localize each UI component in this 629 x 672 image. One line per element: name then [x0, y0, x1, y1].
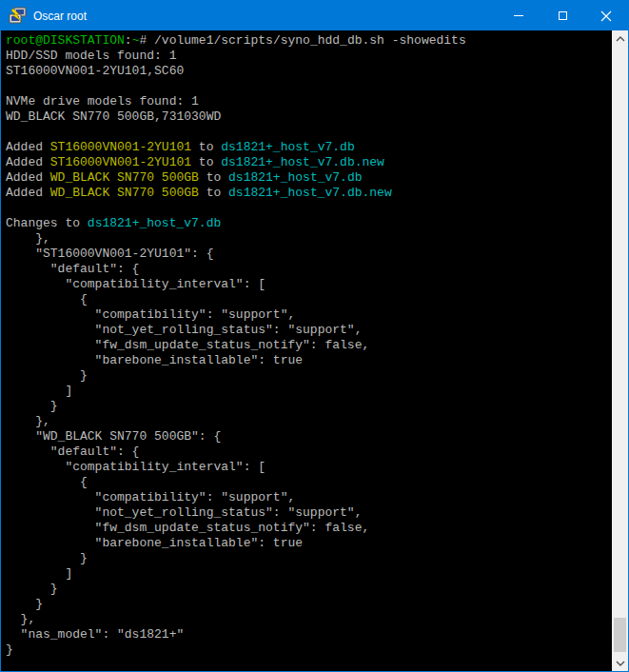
terminal-line: "WD_BLACK SN770 500GB": {: [6, 429, 612, 445]
terminal-line: }: [6, 368, 612, 384]
terminal-line: }: [6, 597, 612, 612]
terminal-line: },: [6, 414, 612, 429]
terminal-line: root@DISKSTATION:~# /volume1/scripts/syn…: [6, 33, 612, 49]
terminal-line: "default": {: [6, 445, 612, 460]
terminal-line: NVMe drive models found: 1: [6, 94, 612, 109]
terminal-line: Added WD_BLACK SN770 500GB to ds1821+_ho…: [6, 170, 612, 186]
scrollbar-thumb[interactable]: [614, 618, 626, 652]
terminal-line: }: [6, 551, 612, 566]
terminal-line: "barebone_installable": true: [6, 536, 612, 551]
close-icon: [600, 10, 612, 22]
window-content: root@DISKSTATION:~# /volume1/scripts/syn…: [1, 30, 628, 671]
terminal-line: [6, 201, 612, 216]
terminal-line: "compatibility_interval": [: [6, 460, 612, 475]
terminal-line: }: [6, 399, 612, 414]
maximize-button[interactable]: [541, 1, 584, 30]
terminal-line: "fw_dsm_update_status_notify": false,: [6, 338, 612, 353]
chevron-down-icon: [616, 661, 625, 666]
minimize-button[interactable]: [497, 1, 541, 30]
vertical-scrollbar[interactable]: [612, 30, 628, 671]
terminal-line: {: [6, 475, 612, 490]
scroll-up-button[interactable]: [612, 30, 628, 47]
terminal-output[interactable]: root@DISKSTATION:~# /volume1/scripts/syn…: [1, 30, 612, 671]
close-button[interactable]: [584, 1, 628, 30]
terminal-line: Added ST16000VN001-2YU101 to ds1821+_hos…: [6, 140, 612, 155]
terminal-line: "ST16000VN001-2YU101": {: [6, 247, 612, 262]
terminal-line: ST16000VN001-2YU101,SC60: [6, 64, 612, 79]
terminal-line: Added WD_BLACK SN770 500GB to ds1821+_ho…: [6, 186, 612, 201]
terminal-line: },: [6, 612, 612, 627]
putty-icon[interactable]: [9, 7, 27, 25]
terminal-line: WD_BLACK SN770 500GB,731030WD: [6, 109, 612, 125]
terminal-line: HDD/SSD models found: 1: [6, 49, 612, 64]
maximize-icon: [559, 11, 567, 20]
terminal-line: },: [6, 231, 612, 247]
minimize-icon: [514, 15, 523, 16]
terminal-line: Changes to ds1821+_host_v7.db: [6, 216, 612, 231]
terminal-line: "not_yet_rolling_status": "support",: [6, 505, 612, 521]
terminal-line: ]: [6, 566, 612, 582]
terminal-line: }: [6, 642, 612, 658]
terminal-line: Added ST16000VN001-2YU101 to ds1821+_hos…: [6, 155, 612, 170]
terminal-line: "nas_model": "ds1821+": [6, 627, 612, 642]
terminal-line: [6, 125, 612, 140]
terminal-line: "compatibility_interval": [: [6, 277, 612, 292]
window-title: Oscar root: [33, 10, 497, 23]
title-bar[interactable]: Oscar root: [1, 1, 628, 30]
terminal-line: }: [6, 582, 612, 597]
terminal-line: ]: [6, 384, 612, 399]
terminal-line: "barebone_installable": true: [6, 353, 612, 368]
putty-window: Oscar root root@DISKSTATION:~# /volume1/…: [0, 0, 629, 672]
terminal-line: [6, 79, 612, 94]
terminal-line: {: [6, 292, 612, 307]
chevron-up-icon: [616, 36, 625, 42]
terminal-line: "not_yet_rolling_status": "support",: [6, 323, 612, 338]
terminal-line: "compatibility": "support",: [6, 490, 612, 505]
terminal-line: "default": {: [6, 262, 612, 277]
terminal-line: "fw_dsm_update_status_notify": false,: [6, 521, 612, 536]
scroll-down-button[interactable]: [612, 655, 628, 671]
terminal-line: "compatibility": "support",: [6, 307, 612, 323]
